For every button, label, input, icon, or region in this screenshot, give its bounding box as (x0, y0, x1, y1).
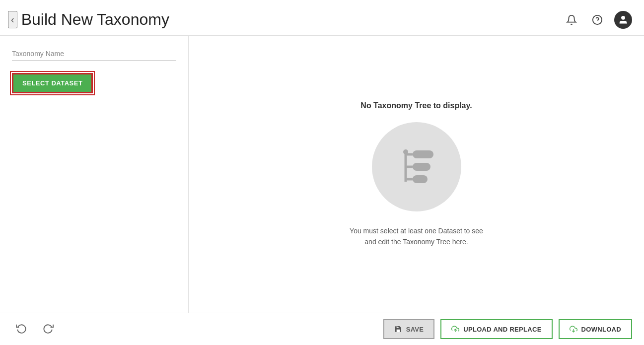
notification-button[interactable] (563, 11, 580, 29)
page-title: Build New Taxonomy (21, 10, 169, 29)
select-dataset-button[interactable]: SELECT DATASET (12, 73, 93, 93)
undo-icon (16, 323, 27, 334)
svg-rect-9 (413, 175, 428, 183)
taxonomy-tree-icon (392, 142, 441, 192)
tree-icon-circle (372, 122, 461, 211)
save-icon (394, 325, 402, 333)
redo-icon (43, 323, 54, 334)
svg-point-2 (622, 16, 625, 19)
upload-icon (451, 325, 459, 333)
user-icon (618, 15, 628, 25)
bell-icon (566, 14, 577, 25)
left-panel: SELECT DATASET (0, 36, 189, 313)
undo-button[interactable] (12, 321, 31, 338)
help-icon (592, 14, 603, 25)
back-button[interactable]: ‹ (8, 11, 17, 28)
svg-point-10 (403, 149, 408, 154)
help-button[interactable] (588, 11, 606, 29)
header-icons (563, 11, 632, 29)
svg-rect-7 (413, 163, 430, 171)
footer-left (12, 321, 58, 338)
right-panel: No Taxonomy Tree to display. You must s (189, 36, 644, 313)
header-left: ‹ Build New Taxonomy (8, 10, 169, 29)
download-icon (570, 325, 577, 333)
footer: SAVE UPLOAD AND REPLACE DOWNLOAD (0, 313, 644, 345)
taxonomy-name-input[interactable] (12, 48, 176, 61)
save-button[interactable]: SAVE (383, 319, 435, 339)
main-content: SELECT DATASET No Taxonomy Tree to displ… (0, 36, 644, 313)
footer-right: SAVE UPLOAD AND REPLACE DOWNLOAD (383, 319, 632, 339)
user-button[interactable] (614, 11, 632, 29)
header: ‹ Build New Taxonomy (0, 0, 644, 36)
upload-and-replace-button[interactable]: UPLOAD AND REPLACE (440, 319, 552, 339)
redo-button[interactable] (39, 321, 58, 338)
svg-rect-5 (413, 150, 433, 158)
download-button[interactable]: DOWNLOAD (559, 319, 632, 339)
no-tree-description: You must select at least one Dataset to … (350, 225, 483, 248)
no-tree-title: No Taxonomy Tree to display. (360, 101, 472, 110)
